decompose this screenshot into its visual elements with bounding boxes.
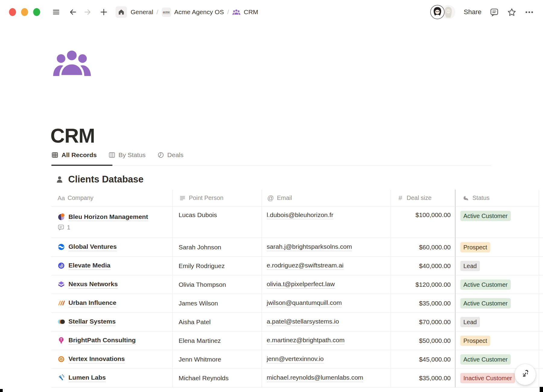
point-person-cell[interactable]: Elena Martinez — [173, 331, 262, 350]
status-cell[interactable]: Active Customer — [456, 207, 539, 238]
deal-size-cell[interactable]: $60,000.00 — [391, 238, 456, 257]
notion-ai-button[interactable] — [515, 364, 536, 385]
sidebar-toggle-icon[interactable] — [52, 8, 61, 17]
email-cell[interactable]: e.martinez@brightpath.com — [262, 331, 391, 350]
page-icon-people[interactable] — [52, 48, 92, 78]
deal-size-cell[interactable]: $35,000.00 — [391, 369, 456, 387]
status-badge[interactable]: Active Customer — [460, 211, 511, 221]
company-cell[interactable]: Bleu Horizon Management 1 — [51, 207, 173, 238]
point-person-cell[interactable]: Aisha Patel — [173, 313, 262, 331]
status-badge[interactable]: Lead — [460, 317, 480, 327]
email-cell[interactable]: sarah.j@brightsparksolns.com — [262, 238, 391, 257]
more-options-icon[interactable] — [525, 8, 534, 17]
status-badge[interactable]: Prospect — [460, 336, 490, 346]
point-person-cell[interactable]: James Wilson — [173, 294, 262, 313]
email-link[interactable]: e.martinez@brightpath.com — [267, 337, 345, 344]
email-link[interactable]: a.patel@stellarsystems.io — [267, 318, 339, 326]
company-cell[interactable]: Lumen Labs — [51, 369, 173, 387]
email-link[interactable]: olivia.t@pixelperfect.law — [267, 280, 335, 288]
company-link[interactable]: Urban Influence — [68, 299, 116, 307]
tab-all-records[interactable]: All Records — [51, 151, 97, 159]
email-cell[interactable]: jwilson@quantumquill.com — [262, 294, 391, 313]
status-badge[interactable]: Active Customer — [460, 298, 511, 308]
deal-size-cell[interactable]: $35,000.00 — [391, 294, 456, 313]
close-window-button[interactable] — [9, 8, 16, 16]
company-link[interactable]: Elevate Media — [68, 262, 110, 270]
company-link[interactable]: Stellar Systems — [68, 318, 116, 326]
home-button[interactable] — [116, 6, 127, 18]
status-badge[interactable]: Lead — [460, 261, 480, 271]
forward-arrow-icon[interactable] — [83, 8, 92, 17]
status-badge[interactable]: Active Customer — [460, 354, 511, 365]
email-cell[interactable]: e.rodriguez@swiftstream.ai — [262, 257, 391, 275]
column-header-deal-size[interactable]: # Deal size — [391, 190, 456, 207]
company-cell[interactable]: T BrightPath Consulting — [51, 331, 173, 350]
column-header-company[interactable]: Aa Company — [51, 190, 173, 207]
email-link[interactable]: sarah.j@brightsparksolns.com — [267, 243, 352, 251]
status-cell[interactable]: Active Customer — [456, 275, 539, 294]
breadcrumb-general[interactable]: General — [131, 8, 153, 16]
company-cell[interactable]: Elevate Media — [51, 257, 173, 275]
company-link[interactable]: Nexus Networks — [68, 280, 118, 288]
email-cell[interactable]: michael.reynolds@lumenlabs.com — [262, 369, 391, 387]
company-link[interactable]: Global Ventures — [68, 243, 117, 251]
new-tab-icon[interactable] — [99, 8, 108, 17]
back-arrow-icon[interactable] — [68, 8, 78, 17]
favorite-star-icon[interactable] — [507, 8, 516, 17]
avatar[interactable] — [430, 5, 445, 19]
email-link[interactable]: jwilson@quantumquill.com — [267, 299, 342, 307]
column-header-status[interactable]: Status — [456, 190, 539, 207]
deal-size-cell[interactable]: $45,000.00 — [391, 350, 456, 369]
company-link[interactable]: Vertex Innovations — [68, 355, 125, 363]
tab-deals[interactable]: Deals — [157, 151, 184, 159]
collaborator-avatars[interactable] — [430, 5, 456, 20]
email-link[interactable]: l.dubois@bleuhorizon.fr — [267, 211, 333, 219]
status-cell[interactable]: Lead — [456, 257, 539, 275]
company-cell[interactable]: Stellar Systems — [51, 313, 173, 331]
email-cell[interactable]: olivia.t@pixelperfect.law — [262, 275, 391, 294]
email-cell[interactable]: a.patel@stellarsystems.io — [262, 313, 391, 331]
company-cell[interactable]: Nexus Networks — [51, 275, 173, 294]
company-link[interactable]: BrightPath Consulting — [68, 337, 136, 344]
zoom-window-button[interactable] — [33, 8, 40, 16]
email-cell[interactable]: jenn@vertexinnov.io — [262, 350, 391, 369]
row-comment[interactable]: 1 — [57, 224, 70, 231]
column-header-point-person[interactable]: Point Person — [173, 190, 262, 207]
point-person-cell[interactable]: Olivia Thompson — [173, 275, 262, 294]
email-link[interactable]: michael.reynolds@lumenlabs.com — [267, 374, 363, 382]
breadcrumb-crm[interactable]: CRM — [244, 8, 258, 16]
company-cell[interactable]: Vertex Innovations — [51, 350, 173, 369]
company-link[interactable]: Lumen Labs — [68, 374, 106, 382]
company-cell[interactable]: Urban Influence — [51, 294, 173, 313]
deal-size-cell[interactable]: $70,000.00 — [391, 313, 456, 331]
status-badge[interactable]: Prospect — [460, 242, 490, 252]
email-link[interactable]: e.rodriguez@swiftstream.ai — [267, 262, 344, 270]
deal-size-cell[interactable]: $40,000.00 — [391, 257, 456, 275]
status-badge[interactable]: Inactive Customer — [460, 373, 515, 383]
deal-size-cell[interactable]: $120,000.00 — [391, 275, 456, 294]
point-person-cell[interactable]: Michael Reynolds — [173, 369, 262, 387]
database-title[interactable]: Clients Database — [68, 174, 144, 185]
breadcrumb-acme-agency-os[interactable]: Acme Agency OS — [174, 8, 224, 16]
status-cell[interactable]: Active Customer — [456, 294, 539, 313]
status-cell[interactable]: Prospect — [456, 331, 539, 350]
email-link[interactable]: jenn@vertexinnov.io — [267, 355, 324, 363]
point-person-cell[interactable]: Emily Rodriguez — [173, 257, 262, 275]
company-link[interactable]: Bleu Horizon Management — [68, 213, 148, 221]
status-cell[interactable]: Lead — [456, 313, 539, 331]
tab-by-status[interactable]: By Status — [108, 151, 146, 159]
point-person-cell[interactable]: Jenn Whitmore — [173, 350, 262, 369]
point-person-cell[interactable]: Lucas Dubois — [173, 207, 262, 238]
deal-size-cell[interactable]: $100,000.00 — [391, 207, 456, 238]
point-person-cell[interactable]: Sarah Johnson — [173, 238, 262, 257]
email-cell[interactable]: l.dubois@bleuhorizon.fr — [262, 207, 391, 238]
status-badge[interactable]: Active Customer — [460, 280, 511, 290]
share-button[interactable]: Share — [464, 8, 481, 16]
minimize-window-button[interactable] — [21, 8, 28, 16]
page-title[interactable]: CRM — [50, 124, 95, 147]
column-header-email[interactable]: @ Email — [262, 190, 391, 207]
acme-workspace-icon[interactable]: acme — [162, 8, 171, 17]
company-cell[interactable]: Global Ventures — [51, 238, 173, 257]
comments-icon[interactable] — [490, 8, 499, 17]
status-cell[interactable]: Prospect — [456, 238, 539, 257]
